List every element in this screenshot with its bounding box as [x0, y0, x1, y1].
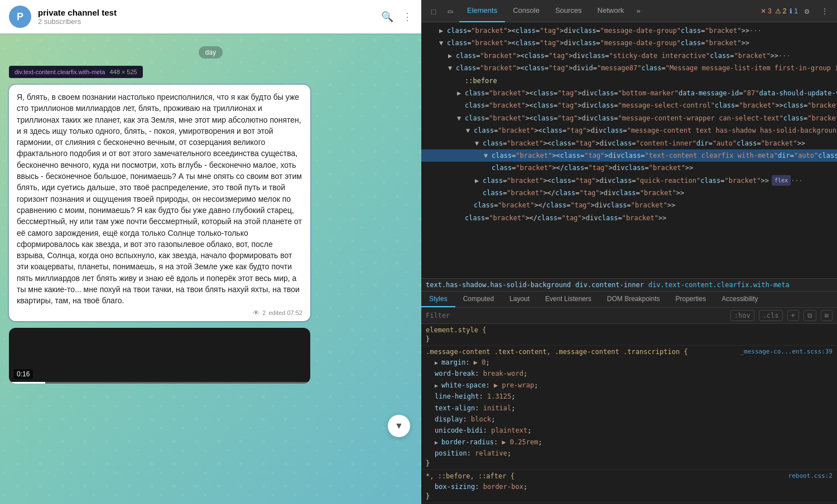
tooltip-dimensions: 448 × 525: [109, 69, 137, 75]
styles-tab-styles[interactable]: Styles: [421, 292, 455, 307]
telegram-panel: P private channel test 2 subscribers 🔍 ⋮…: [0, 0, 421, 504]
styles-tab-computed[interactable]: Computed: [455, 292, 502, 307]
css-property: ▶ margin: ▶ 0;: [435, 357, 833, 368]
breadcrumb-item[interactable]: text.has-shadow.has-solid-background: [426, 281, 571, 289]
css-property: ▶ white-space: ▶ pre-wrap;: [435, 380, 833, 391]
css-property: line-height: 1.3125;: [435, 391, 833, 402]
tab-more[interactable]: »: [632, 0, 645, 22]
dom-tree-line[interactable]: ▼class="bracket"><class="tag">div id="me…: [421, 62, 837, 74]
styles-tab-event-listeners[interactable]: Event Listeners: [537, 292, 599, 307]
dom-tree-line[interactable]: class="bracket"></class="tag">divclass="…: [421, 187, 837, 199]
styles-tabs: StylesComputedLayoutEvent ListenersDOM B…: [421, 292, 837, 308]
dom-tree-line[interactable]: class="bracket"></class="tag">divclass="…: [421, 162, 837, 174]
dom-tree-line[interactable]: ▶class="bracket"><class="tag">div class=…: [421, 87, 837, 99]
css-property: position: relative;: [435, 448, 833, 459]
meta-edited: edited 07:52: [268, 309, 302, 316]
styles-tab-layout[interactable]: Layout: [502, 292, 537, 307]
dom-tree-line[interactable]: ▼class="bracket"><class="tag">div class=…: [421, 37, 837, 49]
video-thumbnail: 0:16: [9, 328, 310, 384]
device-icon[interactable]: ▭: [442, 3, 458, 19]
tab-network[interactable]: Network: [590, 0, 632, 22]
css-source[interactable]: reboot.css:2: [788, 472, 833, 479]
add-style-button[interactable]: +: [787, 310, 799, 321]
dom-tree: ▶class="bracket"><class="tag">div class=…: [421, 22, 837, 279]
messages-area: day div.text-content.clearfix.with-meta …: [0, 33, 421, 504]
message-bubble: Я, блять, в своем познании настолько пре…: [9, 85, 310, 321]
dom-tree-line[interactable]: ▶class="bracket"><class="tag">div class=…: [421, 50, 837, 62]
filter-bar: :hov .cls + ⧉ ⊞: [421, 308, 837, 324]
copy-style-button[interactable]: ⧉: [804, 310, 816, 321]
css-rule: reboot.css:2*, ::before, ::after {box-si…: [421, 470, 837, 503]
css-property: text-align: initial;: [435, 403, 833, 414]
tab-console[interactable]: Console: [505, 0, 547, 22]
dom-tree-line[interactable]: ▶class="bracket"><class="tag">div class=…: [421, 175, 837, 187]
meta-count: 2: [262, 309, 266, 316]
channel-name: private channel test: [38, 8, 374, 17]
css-property: word-break: break-word;: [435, 368, 833, 379]
devtools-panel: ⬚ ▭ Elements Console Sources Network » ✕…: [421, 0, 837, 504]
date-badge: day: [9, 47, 412, 57]
css-source[interactable]: _message-co...ent.scss:39: [740, 348, 833, 355]
message-meta: 👁 2 edited 07:52: [17, 309, 302, 317]
scroll-to-bottom-button[interactable]: ▼: [388, 415, 410, 437]
dom-tree-line[interactable]: class="bracket"></class="tag">divclass="…: [421, 212, 837, 224]
breadcrumb-item[interactable]: div.text-content.clearfix.with-meta: [648, 281, 790, 289]
message-container: div.text-content.clearfix.with-meta 448 …: [9, 85, 412, 321]
warning-badge: ⚠ 2: [775, 7, 787, 15]
channel-info: private channel test 2 subscribers: [38, 8, 374, 26]
message-text: Я, блять, в своем познании настолько пре…: [17, 91, 302, 307]
css-rule: element.style {}: [421, 324, 837, 346]
devtools-badges: ✕ 3 ⚠ 2 ℹ 1: [761, 7, 798, 15]
css-property: box-sizing: border-box;: [435, 481, 833, 492]
devtools-settings: ⚙ ⋮: [799, 3, 833, 19]
dom-tree-line[interactable]: ▼class="bracket"><class="tag">div class=…: [421, 137, 837, 149]
css-property: display: block;: [435, 414, 833, 425]
styles-tab-properties[interactable]: Properties: [668, 292, 714, 307]
inspect-icon[interactable]: ⬚: [426, 3, 441, 19]
views-icon: 👁: [253, 309, 259, 317]
css-property: ▶ border-radius: ▶ 0.25rem;: [435, 437, 833, 448]
devtools-more-icon[interactable]: ⋮: [817, 3, 833, 19]
styles-panel: element.style {}_message-co...ent.scss:3…: [421, 324, 837, 504]
tooltip-selector: div.text-content.clearfix.with-meta: [15, 69, 105, 75]
styles-section: StylesComputedLayoutEvent ListenersDOM B…: [421, 292, 837, 504]
dom-tree-line[interactable]: ▼class="bracket"><class="tag">div class=…: [421, 124, 837, 137]
css-rule: _message-co...ent.scss:39.message-conten…: [421, 346, 837, 470]
css-property: unicode-bidi: plaintext;: [435, 425, 833, 436]
search-icon[interactable]: 🔍: [381, 11, 393, 23]
error-badge: ✕ 3: [761, 7, 772, 15]
styles-tab-accessibility[interactable]: Accessibility: [714, 292, 766, 307]
css-selector: reboot.css:2*, ::before, ::after {: [426, 472, 833, 480]
dom-tree-line[interactable]: ▼class="bracket"><class="tag">div class=…: [421, 149, 837, 162]
css-selector: element.style {: [426, 326, 833, 334]
styles-tab-dom-breakpoints[interactable]: DOM Breakpoints: [599, 292, 668, 307]
video-progress-bar: [9, 382, 310, 384]
css-selector: _message-co...ent.scss:39.message-conten…: [426, 348, 833, 356]
settings-icon[interactable]: ⚙: [799, 3, 815, 19]
breadcrumb-bar: text.has-shadow.has-solid-background div…: [421, 279, 837, 292]
channel-subscribers: 2 subscribers: [38, 17, 374, 26]
tab-sources[interactable]: Sources: [547, 0, 590, 22]
layout-btn[interactable]: ⊞: [821, 310, 833, 321]
filter-cls-button[interactable]: .cls: [759, 310, 783, 321]
dom-tree-line[interactable]: ::before: [421, 75, 837, 87]
breadcrumb-item[interactable]: div.content-inner: [575, 281, 644, 289]
video-time: 0:16: [13, 369, 33, 379]
element-tooltip: div.text-content.clearfix.with-meta 448 …: [9, 66, 143, 78]
dom-tree-line[interactable]: class="bracket"><class="tag">div class="…: [421, 99, 837, 112]
dom-tree-line[interactable]: class="bracket"></class="tag">divclass="…: [421, 199, 837, 211]
tab-elements[interactable]: Elements: [459, 0, 505, 22]
devtools-tabs: Elements Console Sources Network »: [459, 0, 755, 22]
header-icons: 🔍 ⋮: [381, 11, 412, 23]
dom-tree-line[interactable]: ▼class="bracket"><class="tag">div class=…: [421, 112, 837, 124]
avatar: P: [9, 6, 31, 28]
filter-hov-button[interactable]: :hov: [730, 310, 754, 321]
dom-tree-line[interactable]: ▶class="bracket"><class="tag">div class=…: [421, 25, 837, 37]
telegram-header: P private channel test 2 subscribers 🔍 ⋮: [0, 0, 421, 33]
devtools-topbar: ⬚ ▭ Elements Console Sources Network » ✕…: [421, 0, 837, 22]
video-progress-fill: [9, 382, 45, 384]
info-badge: ℹ 1: [790, 7, 798, 15]
more-icon[interactable]: ⋮: [402, 11, 412, 23]
filter-input[interactable]: [426, 312, 726, 319]
